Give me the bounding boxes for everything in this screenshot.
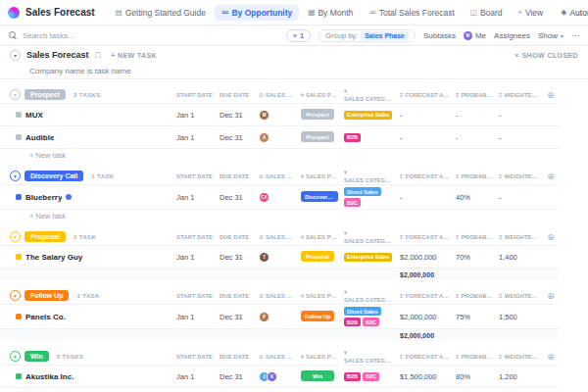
task-name[interactable]: Blueberry bbox=[25, 193, 62, 202]
column-header-sales-phase[interactable]: ▾SALES PHASE bbox=[298, 233, 341, 240]
due-date-cell[interactable]: Dec 31 bbox=[217, 313, 256, 321]
column-header-weighted-forecast[interactable]: ΣWEIGHTED FORECAST bbox=[496, 354, 543, 360]
add-column-button[interactable]: ⊕ bbox=[543, 232, 559, 242]
forecast-amount-cell[interactable]: $2,000,000 bbox=[397, 313, 453, 321]
new-task-header-button[interactable]: + NEW TASK bbox=[111, 52, 157, 59]
start-date-cell[interactable]: Jan 1 bbox=[173, 372, 217, 381]
task-row[interactable]: Panels Co.Jan 1Dec 31PFollow UpDirect Sa… bbox=[0, 304, 559, 328]
column-header-start-date[interactable]: START DATE bbox=[173, 173, 217, 179]
show-closed-button[interactable]: × SHOW CLOSED bbox=[514, 52, 578, 59]
start-date-cell[interactable]: Jan 1 bbox=[173, 313, 217, 321]
column-header-sales-agent[interactable]: ⊙SALES AGENT bbox=[256, 292, 298, 299]
task-status-icon[interactable] bbox=[16, 194, 22, 200]
task-name[interactable]: Panels Co. bbox=[25, 313, 66, 321]
column-header-probability[interactable]: ΣPROBABILITY bbox=[453, 354, 496, 360]
column-header-start-date[interactable]: START DATE bbox=[173, 92, 217, 98]
column-header-probability[interactable]: ΣPROBABILITY bbox=[453, 234, 496, 240]
task-status-icon[interactable] bbox=[16, 112, 22, 118]
column-header-sales-phase[interactable]: ▾SALES PHASE bbox=[298, 91, 341, 98]
due-date-cell[interactable]: Dec 31 bbox=[217, 193, 256, 202]
sales-agent-cell[interactable]: CA bbox=[256, 192, 298, 203]
search-input[interactable] bbox=[23, 31, 130, 40]
forecast-amount-cell[interactable]: - bbox=[397, 111, 453, 120]
group-expand-icon[interactable]: ▾ bbox=[10, 290, 21, 301]
tab-view[interactable]: +View bbox=[512, 5, 551, 21]
filter-chip[interactable]: ≡ 1 bbox=[286, 29, 312, 42]
add-column-button[interactable]: ⊕ bbox=[543, 352, 559, 362]
column-header-weighted-forecast[interactable]: ΣWEIGHTED FORECAST bbox=[496, 173, 543, 179]
column-header-sales-agent[interactable]: ⊙SALES AGENT bbox=[256, 91, 298, 98]
task-row[interactable]: BlueberryJan 1Dec 31CADiscovery CallDire… bbox=[0, 184, 559, 209]
weighted-forecast-cell[interactable]: - bbox=[496, 111, 543, 120]
probability-cell[interactable]: 70% bbox=[453, 253, 496, 262]
column-header-sales-phase[interactable]: ▾SALES PHASE bbox=[298, 292, 341, 299]
due-date-cell[interactable]: Dec 31 bbox=[217, 253, 256, 262]
tab-getting-started-guide[interactable]: ▤Getting Started Guide bbox=[109, 5, 213, 21]
task-status-icon[interactable] bbox=[16, 373, 22, 379]
group-expand-icon[interactable]: ▾ bbox=[10, 231, 21, 242]
group-expand-icon[interactable]: ▾ bbox=[10, 171, 21, 181]
column-header-weighted-forecast[interactable]: ΣWEIGHTED FORECAST bbox=[496, 234, 543, 240]
column-header-sales-category[interactable]: ▾SALES CATEGORY bbox=[341, 169, 397, 183]
column-header-sales-phase[interactable]: ▾SALES PHASE bbox=[298, 353, 341, 360]
group-status-badge[interactable]: Prospect bbox=[24, 89, 66, 100]
sales-category-cell[interactable]: Direct SalesB2C bbox=[341, 187, 397, 207]
forecast-amount-cell[interactable]: $1,500,000 bbox=[397, 372, 453, 381]
column-header-sales-category[interactable]: ▾SALES CATEGORY bbox=[341, 87, 397, 102]
task-name[interactable]: Audible bbox=[25, 133, 54, 142]
task-name[interactable]: Akustika Inc. bbox=[25, 372, 74, 381]
column-header-sales-phase[interactable]: ▾SALES PHASE bbox=[298, 172, 341, 179]
sales-phase-cell[interactable]: Prospect bbox=[298, 128, 341, 146]
group-status-badge[interactable]: Follow Up bbox=[24, 290, 69, 301]
sales-phase-cell[interactable]: Prospect bbox=[298, 106, 341, 123]
group-by-chip[interactable]: Group by: Sales Phase bbox=[318, 29, 416, 42]
column-header-sales-agent[interactable]: ⊙SALES AGENT bbox=[256, 172, 298, 179]
probability-cell[interactable]: - bbox=[453, 111, 496, 120]
sales-agent-cell[interactable]: JK bbox=[256, 371, 298, 382]
start-date-cell[interactable]: Jan 1 bbox=[173, 111, 217, 120]
column-header-due-date[interactable]: DUE DATE bbox=[217, 234, 256, 240]
column-header-forecast-amount[interactable]: ΣFORECAST AMOUNT bbox=[397, 92, 453, 98]
column-header-sales-agent[interactable]: ⊙SALES AGENT bbox=[256, 233, 298, 240]
sales-phase-cell[interactable]: Discovery Call bbox=[298, 188, 341, 206]
tab-by-opportunity[interactable]: ≔By Opportunity bbox=[215, 5, 299, 21]
expand-list-icon[interactable]: ▢ bbox=[95, 51, 102, 59]
task-row[interactable]: MUXJan 1Dec 31MProspectEnterprise Sales-… bbox=[0, 103, 559, 125]
column-header-due-date[interactable]: DUE DATE bbox=[217, 293, 256, 299]
subtasks-button[interactable]: Subtasks bbox=[423, 31, 456, 40]
column-header-start-date[interactable]: START DATE bbox=[173, 293, 217, 299]
tab-total-sales-forecast[interactable]: ≔Total Sales Forecast bbox=[362, 5, 462, 21]
due-date-cell[interactable]: Dec 31 bbox=[217, 372, 256, 381]
column-header-due-date[interactable]: DUE DATE bbox=[217, 354, 256, 360]
column-header-probability[interactable]: ΣPROBABILITY bbox=[453, 293, 496, 299]
sales-category-cell[interactable]: B2B bbox=[341, 133, 397, 142]
sales-agent-cell[interactable]: M bbox=[256, 110, 298, 121]
task-row[interactable]: SpaceMan Inc.Jan 1Dec 31JSWinB2C$2,200,0… bbox=[0, 387, 559, 392]
show-button[interactable]: Show ▾ bbox=[538, 31, 564, 40]
weighted-forecast-cell[interactable]: - bbox=[496, 193, 543, 202]
task-name[interactable]: MUX bbox=[25, 111, 43, 120]
probability-cell[interactable]: 75% bbox=[453, 313, 496, 321]
column-header-start-date[interactable]: START DATE bbox=[173, 354, 217, 360]
task-status-icon[interactable] bbox=[16, 314, 22, 319]
sales-agent-cell[interactable]: P bbox=[256, 312, 298, 322]
probability-cell[interactable]: - bbox=[453, 133, 496, 142]
column-header-sales-agent[interactable]: ⊙SALES AGENT bbox=[256, 353, 298, 360]
forecast-amount-cell[interactable]: $2,000,000 bbox=[397, 253, 453, 262]
collapse-list-icon[interactable]: ▾ bbox=[10, 50, 21, 61]
column-header-probability[interactable]: ΣPROBABILITY bbox=[453, 92, 496, 98]
add-column-button[interactable]: ⊕ bbox=[543, 291, 559, 301]
sales-category-cell[interactable]: Direct SalesB2BB2C bbox=[341, 307, 397, 326]
automate-button[interactable]: ◈ Automate ▾ bbox=[556, 6, 588, 20]
due-date-cell[interactable]: Dec 31 bbox=[217, 133, 256, 142]
column-header-due-date[interactable]: DUE DATE bbox=[217, 173, 256, 179]
due-date-cell[interactable]: Dec 31 bbox=[217, 111, 256, 120]
group-expand-icon[interactable]: ▾ bbox=[10, 351, 21, 362]
sales-category-cell[interactable]: B2BB2C bbox=[341, 372, 397, 381]
column-header-forecast-amount[interactable]: ΣFORECAST AMOUNT bbox=[397, 173, 453, 179]
sales-category-cell[interactable]: Enterprise Sales bbox=[341, 111, 397, 120]
task-row[interactable]: Akustika Inc.Jan 1Dec 31JKWinB2BB2C$1,50… bbox=[0, 365, 559, 387]
task-name[interactable]: The Salary Guy bbox=[25, 253, 82, 262]
group-status-badge[interactable]: Discovery Call bbox=[24, 171, 83, 181]
sales-phase-cell[interactable]: Proposal bbox=[298, 248, 341, 266]
